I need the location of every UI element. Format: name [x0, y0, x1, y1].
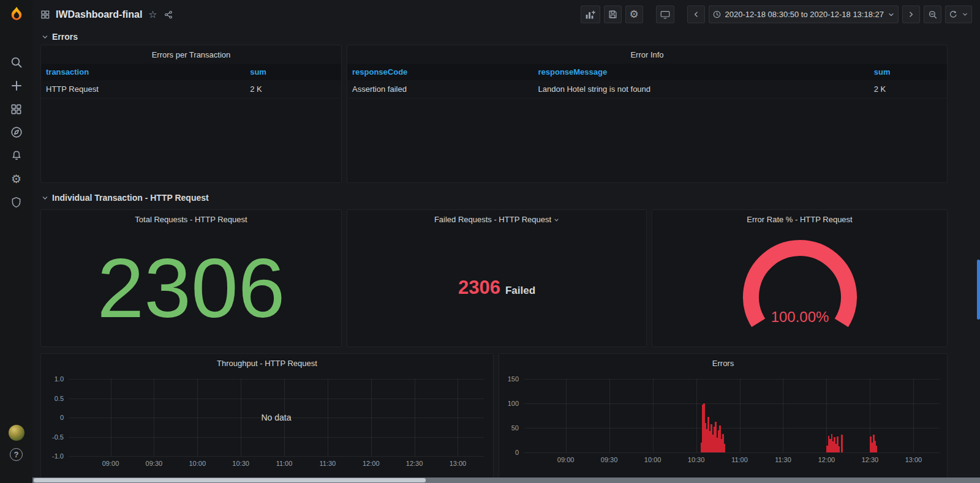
panel-total-requests: Total Requests - HTTP Request 2306: [40, 209, 342, 347]
grid-line-horizontal: [69, 437, 484, 438]
column-header-transaction[interactable]: transaction: [41, 64, 245, 80]
grid-line-vertical: [371, 379, 372, 456]
cell-responsemessage: Landon Hotel string is not found: [533, 80, 869, 99]
y-axis-tick-label: 0: [60, 414, 64, 421]
navbar-left: IWDashboard-final ☆: [40, 9, 173, 20]
x-axis-tick-label: 10:00: [644, 456, 662, 463]
cycle-view-tv-icon[interactable]: [656, 6, 674, 23]
grid-line-vertical: [740, 379, 741, 452]
row-header-individual-transaction[interactable]: Individual Transaction - HTTP Request: [40, 190, 948, 206]
top-navbar: IWDashboard-final ☆ ⚙ 2020-12-18 08:30:5…: [32, 0, 980, 29]
share-icon[interactable]: [164, 10, 173, 20]
x-axis-tick-label: 12:00: [818, 456, 835, 463]
time-range-picker[interactable]: 2020-12-18 08:30:50 to 2020-12-18 13:18:…: [709, 6, 899, 23]
panel-title[interactable]: Errors: [499, 354, 947, 372]
chevron-down-icon: [42, 195, 48, 201]
errors-plot-area[interactable]: 15010050009:0009:3010:0010:3011:0011:301…: [524, 379, 940, 452]
grid-line-vertical: [415, 379, 415, 456]
time-shift-back-button[interactable]: [687, 6, 705, 23]
alerting-bell-icon[interactable]: [9, 148, 24, 163]
cell-sum: 2 K: [869, 80, 947, 99]
user-avatar[interactable]: [9, 425, 24, 441]
failed-requests-value: 2306: [458, 277, 500, 299]
y-axis-tick-label: -0.5: [52, 433, 64, 440]
navbar-right: ⚙ 2020-12-18 08:30:50 to 2020-12-18 13:1…: [581, 6, 973, 23]
panel-title[interactable]: Failed Requests - HTTP Request: [347, 210, 646, 228]
panel-title[interactable]: Error Rate % - HTTP Request: [652, 210, 947, 228]
x-axis-tick-label: 12:30: [862, 456, 879, 463]
dashboard-title[interactable]: IWDashboard-final: [56, 9, 142, 20]
error-info-table: responseCode responseMessage sum Asserti…: [347, 64, 947, 99]
dashboard-canvas: Errors Errors per Transaction transactio…: [40, 29, 948, 483]
errors-per-transaction-table: transaction sum HTTP Request 2 K: [41, 64, 341, 99]
time-range-text: 2020-12-18 08:30:50 to 2020-12-18 13:18:…: [725, 10, 884, 19]
save-dashboard-button[interactable]: [604, 6, 622, 23]
error-bar: [841, 435, 843, 452]
vertical-scrollbar-thumb[interactable]: [977, 260, 980, 320]
horizontal-scrollbar-thumb[interactable]: [34, 478, 426, 482]
settings-gear-icon[interactable]: ⚙: [9, 171, 24, 187]
refresh-button[interactable]: [945, 6, 972, 23]
x-axis-tick-label: 09:00: [557, 456, 575, 463]
error-bar: [723, 444, 725, 452]
y-axis-tick-label: 150: [508, 375, 519, 383]
time-shift-forward-button[interactable]: [902, 6, 920, 23]
grafana-logo[interactable]: [0, 0, 32, 29]
column-header-responsecode[interactable]: responseCode: [347, 64, 533, 80]
panel-title[interactable]: Throughput - HTTP Request: [41, 354, 493, 372]
table-row: Assertion failed Landon Hotel string is …: [347, 80, 947, 99]
x-axis-tick-label: 10:00: [189, 460, 206, 467]
panel-title[interactable]: Total Requests - HTTP Request: [41, 210, 341, 228]
x-axis-tick-label: 10:30: [688, 456, 705, 463]
chevron-down-icon: [888, 11, 895, 18]
panel-row-3: Throughput - HTTP Request 1.00.50-0.5-1.…: [40, 353, 948, 483]
row-header-errors[interactable]: Errors: [40, 29, 948, 45]
y-axis-tick-label: -1.0: [52, 452, 64, 460]
y-axis-tick-label: 100: [508, 400, 519, 407]
gauge-svg: 100.00%: [717, 235, 883, 339]
gear-glyph: ⚙: [629, 8, 638, 21]
explore-compass-icon[interactable]: [9, 124, 24, 140]
panel-title[interactable]: Error Info: [347, 45, 947, 64]
gear-glyph: ⚙: [11, 173, 21, 185]
total-requests-value: 2306: [97, 245, 285, 330]
grafana-flame-icon: [7, 6, 26, 24]
panel-menu-caret-icon[interactable]: [554, 217, 559, 223]
chevron-down-icon: [42, 34, 48, 40]
y-axis-tick-label: 0: [515, 449, 519, 456]
cell-transaction: HTTP Request: [41, 80, 245, 99]
y-axis-tick-label: 50: [511, 424, 519, 432]
x-axis-tick-label: 12:00: [363, 460, 380, 467]
grid-line-vertical: [826, 379, 827, 452]
column-header-sum[interactable]: sum: [245, 64, 341, 80]
throughput-plot-area[interactable]: 1.00.50-0.5-1.009:0009:3010:0010:3011:00…: [69, 379, 484, 456]
panel-errors-per-transaction: Errors per Transaction transaction sum H…: [40, 45, 342, 183]
zoom-out-icon[interactable]: [924, 6, 941, 23]
y-axis-tick-label: 0.5: [55, 394, 64, 402]
grid-line-vertical: [609, 379, 610, 452]
x-axis-tick-label: 09:30: [601, 456, 618, 463]
dashboards-grid-icon[interactable]: [9, 101, 24, 117]
panel-error-rate-gauge: Error Rate % - HTTP Request 100.00%: [652, 209, 948, 347]
dashboard-grid-icon[interactable]: [40, 10, 50, 19]
grid-line-vertical: [197, 379, 198, 456]
horizontal-scrollbar[interactable]: [32, 477, 980, 483]
add-panel-button[interactable]: [581, 6, 600, 23]
row-label: Individual Transaction - HTTP Request: [52, 193, 209, 203]
panel-row-2: Total Requests - HTTP Request 2306 Faile…: [40, 209, 948, 347]
grid-line-vertical: [241, 379, 241, 456]
refresh-icon: [949, 10, 958, 19]
shield-icon[interactable]: [9, 194, 24, 210]
dashboard-settings-gear-icon[interactable]: ⚙: [625, 6, 643, 23]
help-icon[interactable]: ?: [10, 448, 23, 461]
search-icon[interactable]: [9, 54, 24, 70]
column-header-sum[interactable]: sum: [869, 64, 947, 80]
star-icon[interactable]: ☆: [148, 10, 157, 20]
x-axis-tick-label: 10:30: [232, 460, 249, 467]
clock-icon: [712, 10, 722, 19]
plus-icon[interactable]: [9, 78, 24, 94]
panel-title[interactable]: Errors per Transaction: [41, 45, 341, 64]
cell-responsecode: Assertion failed: [347, 80, 533, 99]
column-header-responsemessage[interactable]: responseMessage: [533, 64, 869, 80]
grid-line-horizontal: [69, 379, 484, 380]
